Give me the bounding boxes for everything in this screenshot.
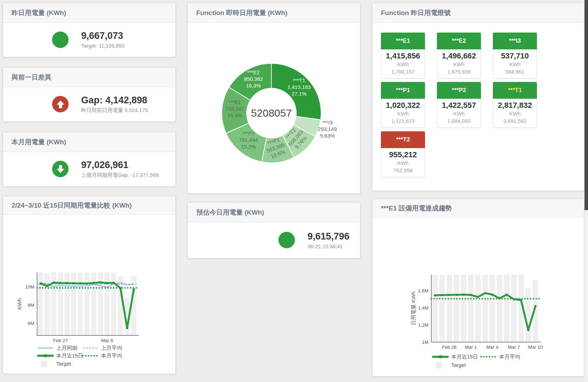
legend-item-green-thick[interactable]: 本月近15日 (38, 353, 83, 359)
target-bar[interactable] (85, 272, 90, 335)
legend-item-green-dot[interactable]: 本月平均 (83, 353, 122, 359)
light-tile-I3[interactable]: ***I3537,710KWh584,861 (493, 33, 537, 78)
card-e1-trend: ***E1 設備用電達成趨勢 1M1.2M1.4M1.6MFeb 26Mar 1… (372, 199, 584, 376)
legend-item-gray-box[interactable]: Target (436, 362, 466, 368)
this-month-point[interactable] (470, 294, 472, 296)
this-month-point[interactable] (66, 282, 68, 284)
target-bar[interactable] (468, 275, 474, 342)
page-scrollbar-thumb[interactable] (585, 0, 588, 210)
target-bar[interactable] (78, 272, 83, 335)
x-tick-label: Feb 26 (442, 345, 456, 350)
target-bar[interactable] (64, 272, 70, 335)
this-month-point[interactable] (106, 282, 108, 284)
target-bar[interactable] (504, 275, 510, 342)
this-month-point[interactable] (53, 282, 55, 284)
y-tick-label: 1M (422, 340, 428, 345)
donut-center-total: 5208057 (251, 107, 292, 119)
this-month-point[interactable] (491, 294, 494, 296)
light-tile-T1[interactable]: ***T12,817,832KWh3,591,562 (493, 82, 537, 128)
target-bar[interactable] (461, 275, 466, 342)
this-month-point[interactable] (73, 282, 75, 284)
compare-15days-chart[interactable]: 6M8M10MFeb 27Mar 6KWh上月同期上月平均本月近15日本月平均T… (3, 215, 175, 374)
card-today-estimate: 預估今日用電量 (KWh) 9,615,796 06-21 15:34:41 (187, 202, 360, 258)
target-bar[interactable] (490, 275, 495, 342)
target-bar[interactable] (475, 275, 481, 342)
gap-value: Gap: 4,142,898 (81, 95, 148, 105)
this-month-point[interactable] (59, 282, 62, 284)
this-month-point[interactable] (527, 329, 529, 331)
tile-target: 1,700,157 (381, 68, 425, 75)
tile-label: ***T1 (493, 82, 537, 99)
legend-item-blue-line[interactable]: 上月同期 (38, 345, 77, 351)
this-month-point[interactable] (99, 282, 101, 284)
target-bar[interactable] (497, 275, 502, 342)
light-tile-P1[interactable]: ***P11,020,322KWh1,121,613 (381, 82, 425, 128)
legend-item-green-dot[interactable]: 本月平均 (481, 354, 520, 360)
card-month-usage: 本月用電量 (KWh) 97,026,961 上個月同期用電Gap: -17,3… (3, 132, 176, 187)
target-bar[interactable] (454, 275, 459, 342)
target-bar[interactable] (446, 275, 452, 342)
gap-sub: 昨日與前日用電量 5,524,175 (81, 107, 148, 114)
realtime-usage-donut-chart[interactable]: ***T11,413,18327.1%***I3293,1495.63%***T… (188, 23, 360, 193)
legend-label: 本月平均 (101, 353, 122, 359)
this-month-point[interactable] (434, 294, 436, 297)
target-bar[interactable] (482, 275, 488, 342)
target-bar[interactable] (118, 276, 123, 335)
this-month-point[interactable] (448, 294, 450, 296)
this-month-point[interactable] (477, 296, 479, 298)
target-bar[interactable] (131, 276, 136, 335)
legend-item-green-thick[interactable]: 本月近15日 (433, 354, 478, 360)
arrow-down-circle-icon (52, 161, 69, 177)
x-tick-label: Mar 4 (486, 345, 498, 350)
this-month-point[interactable] (79, 282, 82, 284)
target-bar[interactable] (71, 272, 76, 335)
card-month-title: 本月用電量 (KWh) (3, 132, 175, 152)
this-month-point[interactable] (462, 294, 465, 296)
this-month-point[interactable] (498, 297, 501, 299)
legend-label: Target (56, 361, 71, 367)
tile-label: ***P1 (381, 82, 425, 99)
tile-target: 1,684,092 (437, 118, 481, 125)
target-bar[interactable] (38, 272, 43, 335)
tile-unit: KWh (381, 61, 425, 68)
this-month-point[interactable] (46, 285, 48, 287)
light-tile-T2[interactable]: ***T2955,212KWh762,358 (381, 131, 425, 177)
this-month-point[interactable] (119, 287, 121, 289)
this-month-point[interactable] (513, 298, 515, 300)
this-month-point[interactable] (40, 283, 42, 285)
x-tick-label: Mar 10 (528, 345, 543, 350)
this-month-point[interactable] (534, 305, 537, 307)
light-tile-E1[interactable]: ***E11,415,856KWh1,700,157 (381, 33, 425, 78)
this-month-point[interactable] (506, 294, 508, 296)
this-month-point[interactable] (520, 299, 522, 301)
y-tick-label: 1.6M (418, 288, 428, 293)
estimate-title: 預估今日用電量 (KWh) (188, 203, 360, 222)
x-tick-label: Mar 1 (465, 345, 477, 350)
target-bar[interactable] (105, 272, 110, 335)
this-month-point[interactable] (455, 294, 458, 296)
legend-label: 上月同期 (56, 345, 77, 351)
legend-item-gray-box[interactable]: Target (41, 361, 71, 367)
y-tick-label: 6M (28, 321, 34, 326)
this-month-point[interactable] (86, 283, 88, 285)
target-bar[interactable] (525, 288, 531, 342)
target-bar[interactable] (439, 275, 445, 342)
this-month-point[interactable] (113, 282, 115, 284)
e1-trend-chart[interactable]: 1M1.2M1.4M1.6MFeb 26Mar 1Mar 4Mar 7Mar 1… (373, 217, 584, 376)
light-tile-P2[interactable]: ***P21,422,557KWh1,684,092 (437, 82, 481, 128)
card-day-gap: 與前一日差異 Gap: 4,142,898 昨日與前日用電量 5,524,175 (3, 67, 176, 122)
card-yesterday-lights: Function 昨日用電燈號 ***E11,415,856KWh1,700,1… (372, 3, 584, 191)
light-tile-E2[interactable]: ***E21,496,662KWh1,675,939 (437, 33, 481, 78)
target-bar[interactable] (432, 275, 438, 342)
this-month-point[interactable] (93, 282, 95, 284)
target-bar[interactable] (511, 275, 517, 342)
target-bar[interactable] (44, 273, 50, 335)
this-month-point[interactable] (484, 292, 486, 294)
this-month-point[interactable] (133, 288, 135, 290)
this-month-point[interactable] (441, 294, 443, 296)
legend-item-blue-dash[interactable]: 上月平均 (83, 345, 122, 351)
tile-label: ***P2 (437, 82, 481, 99)
this-month-point[interactable] (126, 327, 128, 329)
e1-trend-title: ***E1 設備用電達成趨勢 (373, 199, 584, 217)
target-bar[interactable] (58, 272, 63, 335)
